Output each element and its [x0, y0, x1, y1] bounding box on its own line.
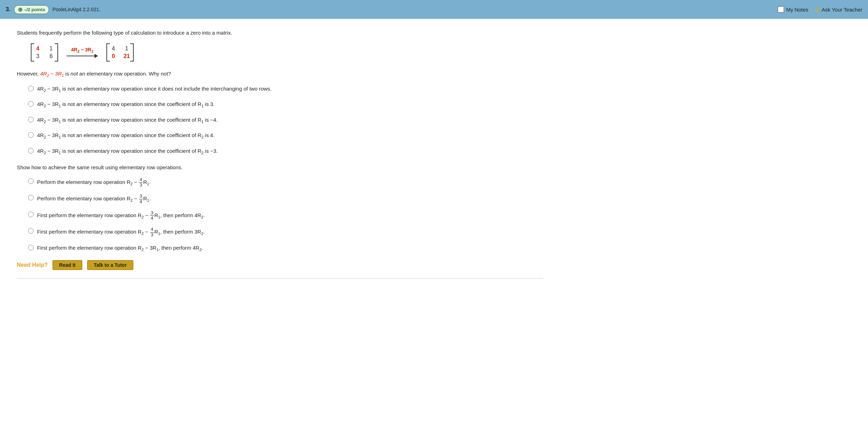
q1-option5: 4R2 − 3R1 is not an elementary row opera…: [28, 147, 543, 156]
ask-teacher-button[interactable]: ⊕ Ask Your Teacher: [815, 6, 862, 13]
frac2-numer: 3: [139, 194, 143, 199]
q1-option2-label: 4R2 − 3R1 is not an elementary row opera…: [37, 100, 215, 109]
my-notes-label: My Notes: [786, 7, 808, 13]
q1-option4-label: 4R2 − 3R1 is not an elementary row opera…: [37, 131, 215, 141]
q2-text: Show how to achieve the same result usin…: [17, 164, 183, 170]
fraction1: 4 3: [139, 177, 143, 188]
q1-option1-label: 4R2 − 3R1 is not an elementary row opera…: [37, 85, 272, 94]
notes-icon: [778, 6, 784, 13]
q2-option3-label: First perform the elementary row operati…: [37, 210, 205, 221]
fraction3: 3 4: [150, 210, 154, 221]
q2-option2-label: Perform the elementary row operation R2 …: [37, 194, 150, 204]
arrow-shaft: [66, 56, 94, 56]
q1-option2: 4R2 − 3R1 is not an elementary row opera…: [28, 100, 543, 109]
q1-text-before: However,: [17, 71, 40, 77]
q1-radio5[interactable]: [28, 148, 34, 154]
matrix2-row2: 0 21: [110, 52, 130, 60]
q2-radio4[interactable]: [28, 228, 34, 234]
header-left: 3. ⊕ –/2 points PooleLinAlg4 2.2.021.: [6, 5, 100, 14]
my-notes-button[interactable]: My Notes: [778, 6, 808, 13]
q1-radio1[interactable]: [28, 86, 34, 91]
bottom-divider: [17, 278, 543, 279]
q2-option5: First perform the elementary row operati…: [28, 244, 543, 253]
header-bar: 3. ⊕ –/2 points PooleLinAlg4 2.2.021. My…: [0, 0, 868, 19]
q1-radio2[interactable]: [28, 101, 34, 107]
q2-option4: First perform the elementary row operati…: [28, 227, 543, 237]
header-right: My Notes ⊕ Ask Your Teacher: [778, 6, 862, 13]
m2-r1c2: 1: [123, 45, 130, 52]
matrix1-row2: 3 6: [34, 52, 55, 60]
q1-option3: 4R2 − 3R1 is not an elementary row opera…: [28, 116, 543, 125]
q2-radio5[interactable]: [28, 245, 34, 250]
q1-text-not: is not an elementary row operation. Why …: [64, 71, 171, 77]
arrow-section: 4R2 − 3R1: [66, 47, 98, 58]
q2-option3: First perform the elementary row operati…: [28, 210, 543, 221]
question2-label: Show how to achieve the same result usin…: [17, 163, 543, 172]
frac1-denom: 3: [139, 183, 143, 187]
m1-r2c1: 3: [34, 53, 41, 59]
frac3-numer: 3: [150, 210, 154, 216]
talk-tutor-button[interactable]: Talk to a Tutor: [87, 260, 133, 270]
q2-radio3[interactable]: [28, 212, 34, 217]
read-it-button[interactable]: Read It: [52, 260, 82, 270]
q2-option2: Perform the elementary row operation R2 …: [28, 194, 543, 204]
plus-icon: ⊕: [18, 6, 22, 13]
q2-option4-label: First perform the elementary row operati…: [37, 227, 205, 237]
points-label: –/2 points: [24, 7, 45, 12]
question1-options: 4R2 − 3R1 is not an elementary row opera…: [28, 85, 543, 156]
content-area: Students frequently perform the followin…: [0, 19, 560, 290]
ask-icon: ⊕: [815, 6, 820, 13]
arrow-head: [94, 54, 98, 58]
m2-r2c2: 21: [123, 53, 130, 59]
q1-red-part: 4R2 − 3R1: [40, 71, 64, 77]
q2-radio1[interactable]: [28, 178, 34, 184]
q2-radio2[interactable]: [28, 195, 34, 200]
q1-option5-label: 4R2 − 3R1 is not an elementary row opera…: [37, 147, 218, 156]
m1-r1c2: 1: [48, 45, 55, 52]
matrix2: 4 1 0 21: [106, 43, 134, 62]
m1-r2c2: 6: [48, 53, 55, 59]
fraction2: 3 4: [139, 194, 143, 204]
fraction4: 4 3: [150, 227, 154, 237]
q1-radio3[interactable]: [28, 117, 34, 122]
m1-r1c1: 4: [34, 45, 41, 52]
need-help-label: Need Help?: [17, 262, 48, 268]
ask-teacher-label: Ask Your Teacher: [822, 7, 862, 13]
question-number: 3.: [6, 6, 10, 13]
q2-option1-label: Perform the elementary row operation R2 …: [37, 177, 150, 188]
question1-text: However, 4R2 − 3R1 is not an elementary …: [17, 69, 543, 79]
q1-option4: 4R2 − 3R1 is not an elementary row opera…: [28, 131, 543, 141]
q2-option1: Perform the elementary row operation R2 …: [28, 177, 543, 188]
question2-options: Perform the elementary row operation R2 …: [28, 177, 543, 253]
matrix-section: 4 1 3 6 4R2 − 3R1 4 1 0 21: [31, 43, 543, 62]
frac1-numer: 4: [139, 177, 143, 183]
operation-label: 4R2 − 3R1: [71, 47, 93, 53]
matrix1-row1: 4 1: [34, 45, 55, 52]
m2-r2c1: 0: [110, 53, 117, 59]
intro-text: Students frequently perform the followin…: [17, 30, 232, 36]
course-label: PooleLinAlg4 2.2.021.: [52, 7, 100, 12]
frac2-denom: 4: [139, 199, 143, 204]
q1-option3-label: 4R2 − 3R1 is not an elementary row opera…: [37, 116, 218, 125]
m2-r1c1: 4: [110, 45, 117, 52]
frac4-numer: 4: [150, 227, 154, 232]
arrow-line: [66, 54, 98, 58]
need-help-section: Need Help? Read It Talk to a Tutor: [17, 260, 543, 270]
frac4-denom: 3: [150, 233, 154, 237]
q1-radio4[interactable]: [28, 132, 34, 138]
problem-intro: Students frequently perform the followin…: [17, 29, 543, 37]
matrix2-row1: 4 1: [110, 45, 130, 52]
matrix1: 4 1 3 6: [31, 43, 58, 62]
q1-option1: 4R2 − 3R1 is not an elementary row opera…: [28, 85, 543, 94]
frac3-denom: 4: [150, 216, 154, 221]
points-badge: ⊕ –/2 points: [14, 5, 49, 14]
q2-option5-label: First perform the elementary row operati…: [37, 244, 203, 253]
